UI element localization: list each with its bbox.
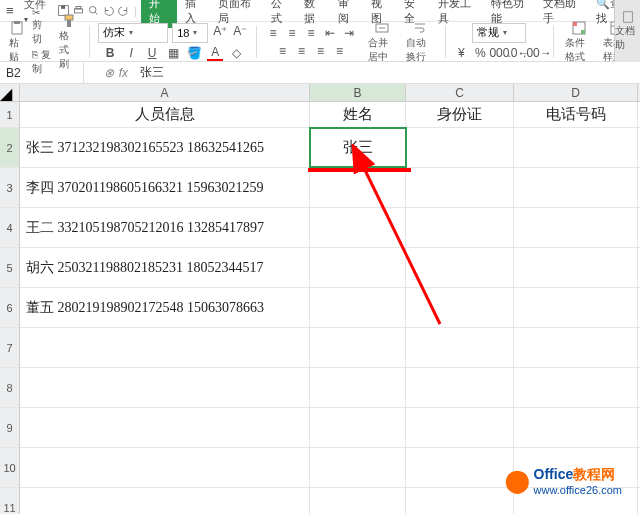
cell-c7[interactable] [406, 328, 514, 367]
preview-icon[interactable] [87, 4, 100, 17]
dec-decimal-icon[interactable]: .00→ [529, 45, 545, 61]
align-right-icon[interactable]: ≡ [312, 43, 328, 59]
cell-d2[interactable] [514, 128, 638, 167]
cell-c5[interactable] [406, 248, 514, 287]
cell-a4[interactable]: 王二 332105198705212016 13285417897 [20, 208, 310, 247]
number-format-selector[interactable]: 常规▾ [472, 23, 526, 43]
formula-input[interactable]: 张三 [134, 64, 640, 81]
cell-b11[interactable] [310, 488, 406, 514]
indent-dec-icon[interactable]: ⇤ [322, 25, 338, 41]
col-header-b[interactable]: B [310, 84, 406, 101]
increase-font-icon[interactable]: A⁺ [212, 23, 228, 39]
percent-icon[interactable]: % [472, 45, 488, 61]
cell-c4[interactable] [406, 208, 514, 247]
cell-a7[interactable] [20, 328, 310, 367]
italic-icon[interactable]: I [123, 45, 139, 61]
cell-a1[interactable]: 人员信息 [20, 102, 310, 127]
cell-a9[interactable] [20, 408, 310, 447]
bold-icon[interactable]: B [102, 45, 118, 61]
cell-c1[interactable]: 身份证 [406, 102, 514, 127]
cell-b8[interactable] [310, 368, 406, 407]
row-header-8[interactable]: 8 [0, 368, 20, 408]
paste-button[interactable]: 粘贴 [6, 19, 28, 65]
align-center-icon[interactable]: ≡ [293, 43, 309, 59]
cell-d3[interactable] [514, 168, 638, 207]
cell-b10[interactable] [310, 448, 406, 487]
cell-b6[interactable] [310, 288, 406, 327]
cell-a8[interactable] [20, 368, 310, 407]
font-selector[interactable]: 仿宋▾ [98, 23, 168, 43]
row-header-11[interactable]: 11 [0, 488, 20, 514]
cell-b1[interactable]: 姓名 [310, 102, 406, 127]
undo-icon[interactable] [102, 4, 115, 17]
cell-c11[interactable] [406, 488, 514, 514]
cell-b9[interactable] [310, 408, 406, 447]
align-left-icon[interactable]: ≡ [274, 43, 290, 59]
cell-b5[interactable] [310, 248, 406, 287]
wrap-button[interactable]: 自动换行 [403, 19, 437, 65]
indent-inc-icon[interactable]: ⇥ [341, 25, 357, 41]
font-color-icon[interactable]: A [207, 45, 223, 61]
cell-b7[interactable] [310, 328, 406, 367]
cell-c8[interactable] [406, 368, 514, 407]
cell-b2-active[interactable]: 张三 [310, 128, 406, 167]
align-top-icon[interactable]: ≡ [265, 25, 281, 41]
cell-b4[interactable] [310, 208, 406, 247]
cell-b3[interactable] [310, 168, 406, 207]
col-header-d[interactable]: D [514, 84, 638, 101]
align-mid-icon[interactable]: ≡ [284, 25, 300, 41]
col-header-c[interactable]: C [406, 84, 514, 101]
cell-a2[interactable]: 张三 371232198302165523 18632541265 [20, 128, 310, 167]
cell-d4[interactable] [514, 208, 638, 247]
fx-cancel-icon[interactable]: ⊗ [104, 66, 114, 80]
cell-c6[interactable] [406, 288, 514, 327]
cell-d8[interactable] [514, 368, 638, 407]
row-header-6[interactable]: 6 [0, 288, 20, 328]
align-bot-icon[interactable]: ≡ [303, 25, 319, 41]
row-header-4[interactable]: 4 [0, 208, 20, 248]
row-header-1[interactable]: 1 [0, 102, 20, 128]
underline-icon[interactable]: U [144, 45, 160, 61]
col-header-a[interactable]: A [20, 84, 310, 101]
cell-d6[interactable] [514, 288, 638, 327]
row-header-7[interactable]: 7 [0, 328, 20, 368]
comma-icon[interactable]: 000 [491, 45, 507, 61]
row-header-10[interactable]: 10 [0, 448, 20, 488]
fill-color-icon[interactable]: 🪣 [186, 45, 202, 61]
cell-d5[interactable] [514, 248, 638, 287]
merge-button[interactable]: 合并居中 [365, 19, 399, 65]
cell-a10[interactable] [20, 448, 310, 487]
tab-data[interactable]: 数据 [298, 0, 329, 28]
cell-a5[interactable]: 胡六 250321198802185231 18052344517 [20, 248, 310, 287]
select-all-corner[interactable]: ◢ [0, 84, 20, 102]
cell-a11[interactable] [20, 488, 310, 514]
cell-d9[interactable] [514, 408, 638, 447]
row-header-3[interactable]: 3 [0, 168, 20, 208]
row-header-5[interactable]: 5 [0, 248, 20, 288]
font-size-selector[interactable]: 18▾ [172, 23, 208, 43]
name-box[interactable]: B2 [0, 62, 84, 83]
decrease-font-icon[interactable]: A⁻ [232, 23, 248, 39]
cell-c3[interactable] [406, 168, 514, 207]
cell-d1[interactable]: 电话号码 [514, 102, 638, 127]
highlight-icon[interactable]: ◇ [228, 45, 244, 61]
cut-button[interactable]: ✂ 剪切 [32, 7, 52, 46]
tab-review[interactable]: 审阅 [332, 0, 363, 28]
row-header-9[interactable]: 9 [0, 408, 20, 448]
cell-c10[interactable] [406, 448, 514, 487]
cell-a3[interactable]: 李四 370201198605166321 15963021259 [20, 168, 310, 207]
redo-icon[interactable] [117, 4, 130, 17]
cell-c2[interactable] [406, 128, 514, 167]
justify-icon[interactable]: ≡ [331, 43, 347, 59]
cell-a6[interactable]: 董五 280219198902172548 15063078663 [20, 288, 310, 327]
border-icon[interactable]: ▦ [165, 45, 181, 61]
cond-format-button[interactable]: 条件格式 [562, 19, 596, 65]
doc-helper-panel[interactable]: 文档助 [614, 0, 640, 62]
fx-icon[interactable]: fx [119, 66, 128, 80]
formula-bar: B2 ⊗ fx 张三 [0, 62, 640, 84]
cell-c9[interactable] [406, 408, 514, 447]
row-header-2[interactable]: 2 [0, 128, 20, 168]
currency-icon[interactable]: ¥ [453, 45, 469, 61]
cell-d7[interactable] [514, 328, 638, 367]
tab-formula[interactable]: 公式 [265, 0, 296, 28]
